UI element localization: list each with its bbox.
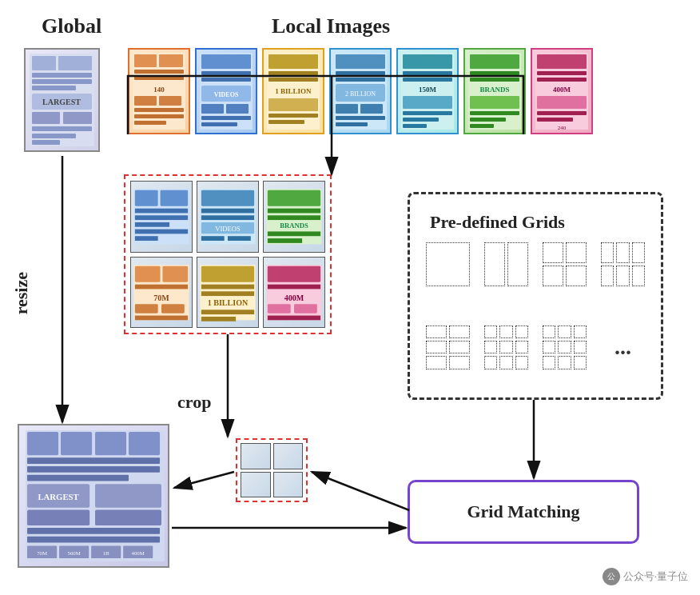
svg-rect-138	[27, 537, 160, 543]
local-img-4: 2 BILLION	[329, 48, 392, 134]
grid-cell	[574, 325, 587, 338]
svg-rect-8	[32, 112, 60, 124]
svg-rect-57	[403, 96, 452, 109]
svg-rect-109	[135, 315, 188, 320]
svg-rect-45	[336, 78, 385, 82]
svg-rect-2	[58, 56, 92, 70]
crop-label: crop	[177, 392, 211, 413]
svg-rect-116	[201, 316, 236, 321]
svg-rect-59	[403, 118, 439, 122]
grid-cell	[566, 242, 587, 263]
svg-line-155	[312, 472, 409, 510]
svg-rect-80	[135, 190, 158, 206]
grid-cell	[426, 356, 447, 369]
grid-cell	[632, 266, 645, 286]
svg-rect-44	[336, 71, 385, 75]
red-dashed-small-grid	[236, 438, 308, 502]
grid-cell	[484, 325, 497, 338]
grid-cell	[484, 356, 497, 369]
svg-rect-16	[134, 70, 184, 74]
svg-rect-136	[95, 510, 161, 526]
svg-rect-41	[268, 120, 304, 124]
svg-rect-67	[470, 111, 519, 115]
grid-cell	[616, 266, 629, 286]
grid-cell	[449, 341, 470, 353]
resize-label: resize	[11, 272, 32, 314]
svg-rect-130	[27, 466, 160, 473]
grid-cell	[426, 242, 470, 286]
svg-rect-51	[336, 122, 368, 126]
svg-rect-20	[159, 96, 181, 106]
svg-rect-33	[201, 122, 237, 126]
grid-cell	[499, 325, 512, 338]
svg-rect-81	[161, 190, 189, 206]
mini-grid-cell-5: 1 BILLION	[197, 257, 259, 329]
svg-rect-94	[228, 236, 251, 241]
svg-rect-118	[268, 266, 320, 282]
grid-cell	[507, 242, 528, 286]
svg-rect-30	[201, 104, 224, 114]
local-images-label: Local Images	[272, 14, 390, 38]
svg-rect-35	[268, 54, 318, 69]
svg-rect-27	[201, 78, 251, 82]
grid-cell	[543, 341, 555, 353]
grid-cell	[515, 356, 528, 369]
svg-text:400M: 400M	[132, 550, 145, 556]
svg-rect-62	[470, 54, 519, 69]
svg-rect-134	[95, 484, 161, 507]
grid-cell	[543, 266, 563, 286]
svg-rect-104	[162, 266, 188, 282]
svg-rect-123	[268, 315, 320, 320]
svg-rect-96	[268, 190, 320, 206]
grid-cell	[558, 356, 571, 369]
grid-pattern-5	[426, 325, 470, 369]
svg-rect-82	[135, 209, 188, 214]
svg-rect-48	[336, 104, 358, 114]
svg-rect-98	[268, 215, 320, 220]
svg-rect-1	[32, 56, 56, 70]
svg-rect-26	[201, 71, 251, 75]
svg-rect-105	[135, 284, 188, 289]
mini-grid-cell-2: VIDEOS	[197, 181, 259, 253]
svg-rect-31	[226, 104, 249, 114]
watermark: 公 公众号·量子位	[603, 568, 688, 585]
svg-rect-10	[32, 126, 92, 131]
global-image: LARGEST	[24, 48, 100, 152]
svg-text:70M: 70M	[37, 550, 47, 556]
svg-rect-55	[403, 78, 452, 82]
predefined-grids-label: Pre-defined Grids	[430, 212, 565, 233]
grid-cell	[558, 341, 571, 353]
svg-text:VIDEOS: VIDEOS	[215, 225, 241, 233]
watermark-icon: 公	[603, 568, 620, 585]
svg-rect-23	[134, 121, 166, 125]
svg-line-152	[174, 472, 234, 488]
svg-rect-111	[201, 266, 254, 282]
svg-rect-101	[268, 238, 302, 243]
svg-text:VIDEOS: VIDEOS	[214, 91, 239, 98]
mini-small-cell-1	[241, 443, 271, 469]
grid-cell	[449, 356, 470, 369]
mini-grid-cell-1	[130, 181, 193, 253]
svg-rect-103	[135, 266, 161, 282]
svg-rect-64	[470, 78, 519, 82]
global-label: Global	[42, 14, 101, 38]
grid-cell	[601, 266, 614, 286]
local-img-5: 150M	[396, 48, 459, 134]
grid-cell	[543, 356, 555, 369]
svg-rect-53	[403, 54, 452, 69]
svg-rect-137	[27, 528, 160, 534]
svg-text:560M: 560M	[67, 550, 80, 556]
svg-text:1 BILLION: 1 BILLION	[208, 298, 249, 306]
mini-small-cell-3	[241, 472, 271, 498]
svg-text:1 BILLION: 1 BILLION	[275, 87, 312, 95]
svg-text:LARGEST: LARGEST	[42, 98, 81, 106]
grid-cell	[543, 325, 555, 338]
svg-text:400M: 400M	[284, 293, 304, 301]
grid-cell	[566, 266, 587, 286]
grid-cell	[574, 356, 587, 369]
svg-rect-125	[27, 432, 58, 455]
svg-text:240: 240	[558, 125, 567, 130]
svg-text:LARGEST: LARGEST	[38, 492, 78, 501]
grid-cell	[558, 325, 571, 338]
svg-rect-75	[537, 96, 587, 109]
